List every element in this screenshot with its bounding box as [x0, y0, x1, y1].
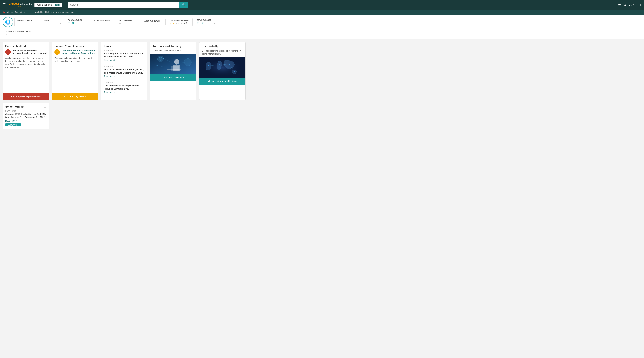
feedback-empty-stars: ★★★	[176, 22, 182, 25]
news-link-3[interactable]: Read more >	[104, 91, 145, 94]
todays-sales-metric[interactable]: TODAY'S SALES ₹0.00 ▾	[65, 18, 89, 26]
marketplaces-label: MARKETPLACES	[17, 20, 36, 21]
seller-forums-header: Seller Forums ...	[3, 103, 49, 110]
launch-warning-title: Complete Account Registration to start s…	[62, 49, 96, 55]
news-headline-3: Tips for success during the Great Republ…	[104, 84, 145, 90]
list-globally-card-more[interactable]: ...	[240, 44, 243, 48]
tutorials-svg	[150, 54, 196, 74]
list-globally-description: Got help reaching millions of customers …	[200, 49, 246, 57]
seller-forums-card: Seller Forums ... 5 JAN, 2023 Amazon STE…	[3, 103, 49, 129]
continue-registration-button[interactable]: Continue Registration	[52, 93, 98, 100]
todays-sales-value: ₹0.00	[68, 22, 75, 25]
svg-point-10	[163, 58, 164, 59]
hamburger-menu[interactable]: ☰	[3, 3, 6, 7]
deposit-method-card: Deposit Method ... ! Your deposit method…	[3, 42, 49, 100]
deposit-description: A valid deposit method that is assigned …	[5, 57, 46, 69]
hide-favbar-button[interactable]: Hide	[637, 11, 641, 14]
world-map-image	[200, 57, 246, 78]
globe-icon: 🌐	[5, 20, 11, 25]
tutorials-card-title: Tutorials and Training	[153, 45, 181, 48]
news-link-1[interactable]: Read more >	[104, 59, 145, 61]
help-button[interactable]: Help	[636, 4, 641, 6]
svg-point-11	[184, 62, 184, 63]
launch-card-title: Launch Your Business	[54, 45, 84, 48]
total-balance-value: ₹0.00	[197, 22, 204, 25]
search-button[interactable]: 🔍	[180, 2, 188, 8]
news-card-more[interactable]: ...	[142, 44, 145, 48]
bookmark-icon: 🔖	[3, 11, 5, 14]
svg-rect-4	[171, 66, 179, 71]
customer-feedback-dropdown[interactable]: ▾	[189, 22, 190, 24]
orders-metric[interactable]: ORDERS 0 ▾	[40, 18, 64, 26]
business-brand-button[interactable]: Your Business | India	[34, 3, 62, 7]
launch-warning-icon: !	[54, 49, 60, 55]
deposit-card-more[interactable]: ...	[44, 44, 46, 48]
email-icon[interactable]: ✉	[618, 3, 621, 7]
todays-sales-dropdown[interactable]: ▾	[86, 22, 86, 24]
customer-feedback-metric[interactable]: CUSTOMER FEEDBACK ★★★★★ (0) ▾	[167, 18, 192, 26]
feedback-badge[interactable]: FEEDBACK ×	[5, 123, 21, 127]
metrics-row: 🌐 MARKETPLACES 1 ▾ ORDERS 0 ▾ TODAY'S SA…	[3, 17, 641, 27]
marketplaces-metric[interactable]: MARKETPLACES 1 ▾	[14, 18, 38, 26]
list-globally-card: List Globally ... Got help reaching mill…	[199, 42, 246, 100]
tutorials-card-more[interactable]: ...	[191, 44, 194, 48]
language-selector[interactable]: EN ▾	[629, 4, 634, 6]
feedback-stars: ★★	[170, 22, 174, 25]
search-bar[interactable]: 🔍	[68, 2, 188, 8]
global-promo-dropdown[interactable]: ▾	[30, 33, 31, 35]
buyer-messages-value: 0	[94, 22, 95, 25]
total-balance-metric[interactable]: TOTAL BALANCE ₹0.00 ▾	[194, 18, 218, 26]
account-health-metric[interactable]: ACCOUNT HEALTH ▾	[142, 19, 166, 26]
buyer-messages-dropdown[interactable]: ▾	[111, 22, 112, 24]
news-item-1: 6 JAN, 2023 Increase your chance to sell…	[104, 49, 145, 63]
svg-point-7	[184, 59, 192, 66]
buyer-messages-metric[interactable]: BUYER MESSAGES 0 ▾	[91, 18, 115, 26]
orders-value: 0	[43, 22, 44, 25]
news-card-title: News	[104, 45, 111, 48]
launch-business-card: Launch Your Business ... ! Complete Acco…	[52, 42, 98, 100]
deposit-card-header: Deposit Method ...	[3, 42, 49, 49]
news-card-header: News ...	[101, 42, 147, 49]
brand-separator: |	[53, 4, 54, 6]
top-navigation: ☰ amazon seller central india Your Busin…	[0, 0, 644, 10]
orders-dropdown[interactable]: ▾	[60, 22, 61, 24]
account-health-dropdown[interactable]: ▾	[162, 22, 163, 24]
deposit-warning-title: Your deposit method is missing, invalid …	[12, 49, 46, 55]
news-card-body: 6 JAN, 2023 Increase your chance to sell…	[101, 49, 147, 100]
world-map-svg	[200, 57, 246, 78]
brand-india: India	[54, 4, 60, 6]
total-balance-dropdown[interactable]: ▾	[214, 22, 215, 24]
global-promo-metric[interactable]: GLOBAL PROMOTIONS SALES -- ▾	[3, 29, 34, 37]
launch-warning: ! Complete Account Registration to start…	[54, 49, 96, 55]
customer-feedback-label: CUSTOMER FEEDBACK	[170, 20, 190, 22]
add-deposit-method-button[interactable]: Add or update deposit method	[3, 93, 49, 100]
launch-card-header: Launch Your Business ...	[52, 42, 98, 49]
seller-forums-headline: Amazon STEP Evaluation for Q4 2022, from…	[5, 113, 46, 119]
feedback-count: (0)	[184, 22, 187, 24]
buy-box-value: --	[119, 22, 121, 25]
settings-icon[interactable]: ⚙	[624, 3, 626, 7]
main-content-area: Deposit Method ... ! Your deposit method…	[0, 39, 644, 103]
visit-seller-university-button[interactable]: Visit Seller University	[150, 74, 196, 81]
seller-forums-read-more[interactable]: Read more >	[5, 120, 46, 122]
news-link-2[interactable]: Read more >	[104, 75, 145, 78]
seller-forums-more[interactable]: ...	[44, 105, 46, 108]
globe-icon-button[interactable]: 🌐	[3, 17, 13, 27]
amazon-logo-text: amazon	[9, 3, 19, 5]
buy-box-dropdown[interactable]: ▾	[136, 22, 137, 24]
launch-card-more[interactable]: ...	[93, 44, 96, 48]
deposit-card-body: ! Your deposit method is missing, invali…	[3, 49, 49, 93]
buy-box-metric[interactable]: BUY BOX WINS -- ▾	[116, 18, 140, 26]
manage-international-listings-button[interactable]: Manage International Listings	[200, 78, 246, 85]
news-date-3: 4 JAN, 2023	[104, 82, 145, 84]
india-subtext: india	[18, 5, 32, 7]
deposit-warning-icon: !	[5, 49, 11, 55]
feedback-close-button[interactable]: ×	[18, 124, 20, 126]
marketplaces-dropdown[interactable]: ▾	[35, 22, 36, 24]
search-input[interactable]	[68, 2, 180, 8]
orders-label: ORDERS	[43, 20, 61, 21]
bottom-row: Seller Forums ... 5 JAN, 2023 Amazon STE…	[0, 103, 644, 132]
news-item-3: 4 JAN, 2023 Tips for success during the …	[104, 82, 145, 95]
seller-central-text: seller central	[20, 3, 32, 5]
total-balance-label: TOTAL BALANCE	[197, 19, 215, 21]
